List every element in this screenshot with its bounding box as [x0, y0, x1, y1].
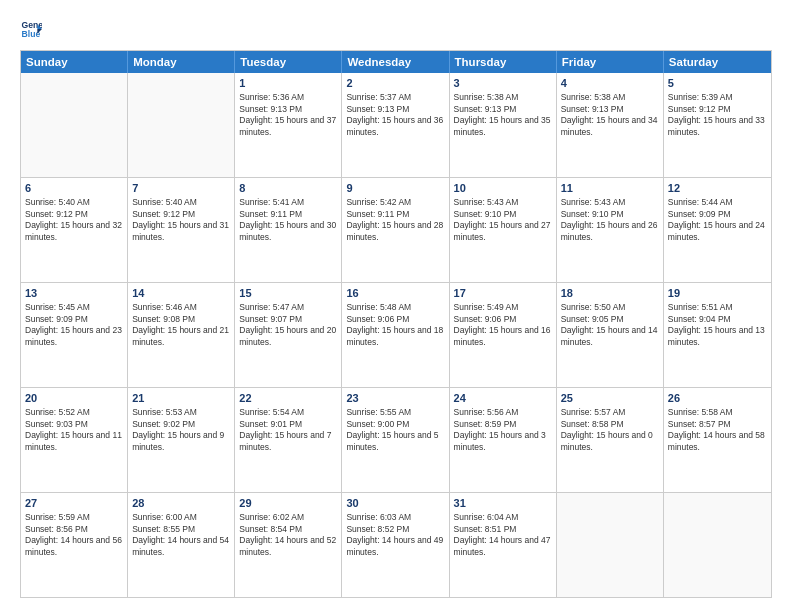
calendar-cell-r0c4: 3Sunrise: 5:38 AM Sunset: 9:13 PM Daylig… [450, 73, 557, 177]
calendar-cell-r2c4: 17Sunrise: 5:49 AM Sunset: 9:06 PM Dayli… [450, 283, 557, 387]
day-number: 18 [561, 286, 659, 301]
calendar-cell-r4c6 [664, 493, 771, 597]
calendar-cell-r1c0: 6Sunrise: 5:40 AM Sunset: 9:12 PM Daylig… [21, 178, 128, 282]
calendar-cell-r2c1: 14Sunrise: 5:46 AM Sunset: 9:08 PM Dayli… [128, 283, 235, 387]
calendar-cell-r3c3: 23Sunrise: 5:55 AM Sunset: 9:00 PM Dayli… [342, 388, 449, 492]
calendar-cell-r2c2: 15Sunrise: 5:47 AM Sunset: 9:07 PM Dayli… [235, 283, 342, 387]
cell-detail: Sunrise: 5:44 AM Sunset: 9:09 PM Dayligh… [668, 197, 767, 243]
calendar-cell-r0c3: 2Sunrise: 5:37 AM Sunset: 9:13 PM Daylig… [342, 73, 449, 177]
cell-detail: Sunrise: 5:59 AM Sunset: 8:56 PM Dayligh… [25, 512, 123, 558]
weekday-header-wednesday: Wednesday [342, 51, 449, 73]
page: General Blue SundayMondayTuesdayWednesda… [0, 0, 792, 612]
cell-detail: Sunrise: 5:50 AM Sunset: 9:05 PM Dayligh… [561, 302, 659, 348]
cell-detail: Sunrise: 5:38 AM Sunset: 9:13 PM Dayligh… [561, 92, 659, 138]
calendar-cell-r1c1: 7Sunrise: 5:40 AM Sunset: 9:12 PM Daylig… [128, 178, 235, 282]
calendar-cell-r1c5: 11Sunrise: 5:43 AM Sunset: 9:10 PM Dayli… [557, 178, 664, 282]
day-number: 27 [25, 496, 123, 511]
cell-detail: Sunrise: 5:38 AM Sunset: 9:13 PM Dayligh… [454, 92, 552, 138]
weekday-header-tuesday: Tuesday [235, 51, 342, 73]
calendar-cell-r3c0: 20Sunrise: 5:52 AM Sunset: 9:03 PM Dayli… [21, 388, 128, 492]
weekday-header-monday: Monday [128, 51, 235, 73]
cell-detail: Sunrise: 5:52 AM Sunset: 9:03 PM Dayligh… [25, 407, 123, 453]
cell-detail: Sunrise: 5:43 AM Sunset: 9:10 PM Dayligh… [454, 197, 552, 243]
calendar-cell-r2c5: 18Sunrise: 5:50 AM Sunset: 9:05 PM Dayli… [557, 283, 664, 387]
calendar-cell-r2c3: 16Sunrise: 5:48 AM Sunset: 9:06 PM Dayli… [342, 283, 449, 387]
calendar-cell-r1c6: 12Sunrise: 5:44 AM Sunset: 9:09 PM Dayli… [664, 178, 771, 282]
cell-detail: Sunrise: 5:37 AM Sunset: 9:13 PM Dayligh… [346, 92, 444, 138]
calendar-cell-r0c6: 5Sunrise: 5:39 AM Sunset: 9:12 PM Daylig… [664, 73, 771, 177]
day-number: 2 [346, 76, 444, 91]
calendar-cell-r3c2: 22Sunrise: 5:54 AM Sunset: 9:01 PM Dayli… [235, 388, 342, 492]
calendar-cell-r4c3: 30Sunrise: 6:03 AM Sunset: 8:52 PM Dayli… [342, 493, 449, 597]
calendar-row-3: 20Sunrise: 5:52 AM Sunset: 9:03 PM Dayli… [21, 387, 771, 492]
calendar-cell-r0c5: 4Sunrise: 5:38 AM Sunset: 9:13 PM Daylig… [557, 73, 664, 177]
day-number: 14 [132, 286, 230, 301]
day-number: 31 [454, 496, 552, 511]
calendar-row-4: 27Sunrise: 5:59 AM Sunset: 8:56 PM Dayli… [21, 492, 771, 597]
cell-detail: Sunrise: 5:56 AM Sunset: 8:59 PM Dayligh… [454, 407, 552, 453]
calendar-cell-r4c2: 29Sunrise: 6:02 AM Sunset: 8:54 PM Dayli… [235, 493, 342, 597]
cell-detail: Sunrise: 5:42 AM Sunset: 9:11 PM Dayligh… [346, 197, 444, 243]
cell-detail: Sunrise: 5:55 AM Sunset: 9:00 PM Dayligh… [346, 407, 444, 453]
day-number: 5 [668, 76, 767, 91]
cell-detail: Sunrise: 5:36 AM Sunset: 9:13 PM Dayligh… [239, 92, 337, 138]
weekday-header-saturday: Saturday [664, 51, 771, 73]
cell-detail: Sunrise: 5:54 AM Sunset: 9:01 PM Dayligh… [239, 407, 337, 453]
cell-detail: Sunrise: 5:40 AM Sunset: 9:12 PM Dayligh… [25, 197, 123, 243]
calendar-cell-r4c0: 27Sunrise: 5:59 AM Sunset: 8:56 PM Dayli… [21, 493, 128, 597]
day-number: 24 [454, 391, 552, 406]
calendar-cell-r3c4: 24Sunrise: 5:56 AM Sunset: 8:59 PM Dayli… [450, 388, 557, 492]
cell-detail: Sunrise: 5:46 AM Sunset: 9:08 PM Dayligh… [132, 302, 230, 348]
calendar-header: SundayMondayTuesdayWednesdayThursdayFrid… [21, 51, 771, 73]
day-number: 16 [346, 286, 444, 301]
calendar-cell-r4c5 [557, 493, 664, 597]
calendar-row-0: 1Sunrise: 5:36 AM Sunset: 9:13 PM Daylig… [21, 73, 771, 177]
day-number: 9 [346, 181, 444, 196]
day-number: 8 [239, 181, 337, 196]
calendar-cell-r3c5: 25Sunrise: 5:57 AM Sunset: 8:58 PM Dayli… [557, 388, 664, 492]
cell-detail: Sunrise: 5:47 AM Sunset: 9:07 PM Dayligh… [239, 302, 337, 348]
day-number: 11 [561, 181, 659, 196]
cell-detail: Sunrise: 5:45 AM Sunset: 9:09 PM Dayligh… [25, 302, 123, 348]
calendar-cell-r1c4: 10Sunrise: 5:43 AM Sunset: 9:10 PM Dayli… [450, 178, 557, 282]
day-number: 28 [132, 496, 230, 511]
day-number: 22 [239, 391, 337, 406]
calendar-row-1: 6Sunrise: 5:40 AM Sunset: 9:12 PM Daylig… [21, 177, 771, 282]
cell-detail: Sunrise: 6:04 AM Sunset: 8:51 PM Dayligh… [454, 512, 552, 558]
day-number: 25 [561, 391, 659, 406]
day-number: 30 [346, 496, 444, 511]
day-number: 19 [668, 286, 767, 301]
day-number: 10 [454, 181, 552, 196]
day-number: 20 [25, 391, 123, 406]
calendar-cell-r4c4: 31Sunrise: 6:04 AM Sunset: 8:51 PM Dayli… [450, 493, 557, 597]
cell-detail: Sunrise: 5:40 AM Sunset: 9:12 PM Dayligh… [132, 197, 230, 243]
calendar-cell-r0c0 [21, 73, 128, 177]
weekday-header-friday: Friday [557, 51, 664, 73]
calendar-cell-r0c2: 1Sunrise: 5:36 AM Sunset: 9:13 PM Daylig… [235, 73, 342, 177]
cell-detail: Sunrise: 5:48 AM Sunset: 9:06 PM Dayligh… [346, 302, 444, 348]
logo-icon: General Blue [20, 18, 42, 40]
logo: General Blue [20, 18, 44, 40]
calendar-cell-r3c1: 21Sunrise: 5:53 AM Sunset: 9:02 PM Dayli… [128, 388, 235, 492]
calendar-row-2: 13Sunrise: 5:45 AM Sunset: 9:09 PM Dayli… [21, 282, 771, 387]
day-number: 6 [25, 181, 123, 196]
calendar-cell-r3c6: 26Sunrise: 5:58 AM Sunset: 8:57 PM Dayli… [664, 388, 771, 492]
day-number: 4 [561, 76, 659, 91]
calendar-cell-r1c2: 8Sunrise: 5:41 AM Sunset: 9:11 PM Daylig… [235, 178, 342, 282]
day-number: 13 [25, 286, 123, 301]
day-number: 7 [132, 181, 230, 196]
day-number: 21 [132, 391, 230, 406]
cell-detail: Sunrise: 5:57 AM Sunset: 8:58 PM Dayligh… [561, 407, 659, 453]
calendar-cell-r2c0: 13Sunrise: 5:45 AM Sunset: 9:09 PM Dayli… [21, 283, 128, 387]
day-number: 12 [668, 181, 767, 196]
calendar-cell-r4c1: 28Sunrise: 6:00 AM Sunset: 8:55 PM Dayli… [128, 493, 235, 597]
cell-detail: Sunrise: 6:02 AM Sunset: 8:54 PM Dayligh… [239, 512, 337, 558]
day-number: 1 [239, 76, 337, 91]
cell-detail: Sunrise: 5:51 AM Sunset: 9:04 PM Dayligh… [668, 302, 767, 348]
weekday-header-sunday: Sunday [21, 51, 128, 73]
day-number: 17 [454, 286, 552, 301]
cell-detail: Sunrise: 6:00 AM Sunset: 8:55 PM Dayligh… [132, 512, 230, 558]
cell-detail: Sunrise: 5:41 AM Sunset: 9:11 PM Dayligh… [239, 197, 337, 243]
calendar-cell-r0c1 [128, 73, 235, 177]
cell-detail: Sunrise: 5:43 AM Sunset: 9:10 PM Dayligh… [561, 197, 659, 243]
